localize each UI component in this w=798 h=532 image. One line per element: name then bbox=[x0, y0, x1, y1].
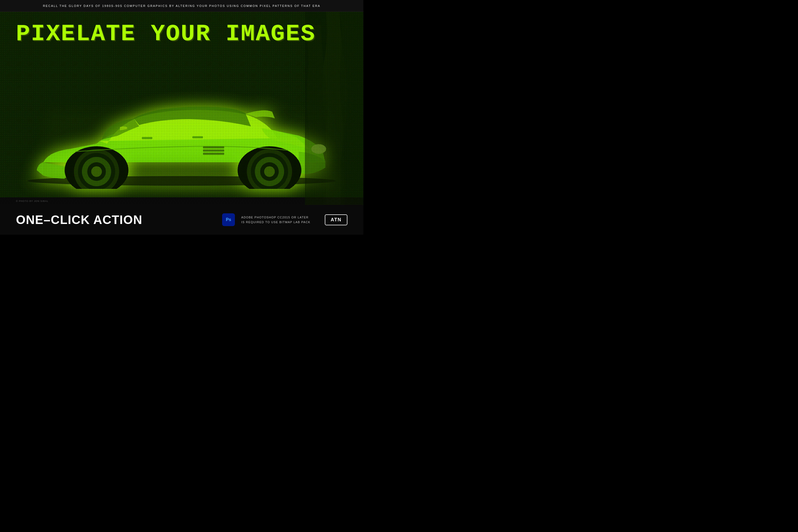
ps-badge-label: Ps bbox=[226, 217, 231, 222]
hero-image-area: PIXELATE YOUR IMAGES bbox=[0, 12, 363, 205]
one-click-action-title: ONE–CLICK ACTION bbox=[16, 212, 222, 227]
photoshop-badge: Ps bbox=[222, 213, 235, 226]
bottom-left: ONE–CLICK ACTION bbox=[16, 212, 222, 227]
bottom-right: Ps ADOBE PHOTOSHOP CC2015 OR LATER IS RE… bbox=[222, 213, 347, 226]
svg-rect-19 bbox=[43, 109, 328, 178]
hero-title: PIXELATE YOUR IMAGES bbox=[16, 22, 316, 46]
atn-badge: ATN bbox=[325, 214, 347, 225]
top-banner: RECALL THE GLORY DAYS OF 1980S-90S COMPU… bbox=[0, 0, 363, 12]
car-illustration bbox=[22, 61, 341, 189]
photo-credit-text: © PHOTO BY JON SIBAL bbox=[16, 200, 49, 203]
hero-title-container: PIXELATE YOUR IMAGES bbox=[16, 22, 316, 46]
ps-requirement-line1: ADOBE PHOTOSHOP CC2015 OR LATER bbox=[241, 215, 310, 220]
bottom-section: ONE–CLICK ACTION Ps ADOBE PHOTOSHOP CC20… bbox=[0, 205, 363, 234]
ps-description: ADOBE PHOTOSHOP CC2015 OR LATER IS REQUI… bbox=[241, 215, 310, 225]
banner-text: RECALL THE GLORY DAYS OF 1980S-90S COMPU… bbox=[43, 4, 320, 7]
ps-requirement-line2: IS REQUIRED TO USE BITMAP LAB PACK bbox=[241, 220, 310, 225]
